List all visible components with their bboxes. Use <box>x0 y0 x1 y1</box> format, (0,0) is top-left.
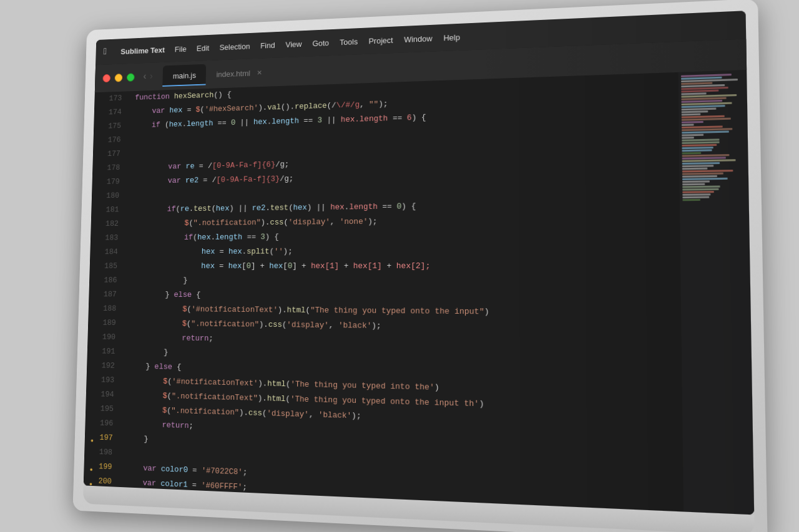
line-181: 181 <box>105 203 119 217</box>
tab-index-html-label: index.html <box>216 68 250 78</box>
menu-selection[interactable]: Selection <box>219 41 250 51</box>
line-191: 191 <box>102 344 115 359</box>
menu-project[interactable]: Project <box>368 35 393 45</box>
line-188: 188 <box>103 301 116 316</box>
apple-icon:  <box>104 47 109 57</box>
editor-area: 173 174 175 176 177 178 179 180 181 182 … <box>84 70 755 515</box>
nav-arrows: ‹ › <box>142 71 154 82</box>
line-186: 186 <box>104 273 117 288</box>
line-194: 194 <box>100 387 114 402</box>
line-192: 192 <box>101 359 114 373</box>
back-icon[interactable]: ‹ <box>142 71 148 82</box>
line-176: 176 <box>108 133 121 147</box>
forward-icon[interactable]: › <box>149 71 154 82</box>
tab-index-html[interactable]: index.html ✕ <box>206 61 274 85</box>
line-189: 189 <box>102 316 115 330</box>
line-195: 195 <box>100 402 114 417</box>
traffic-lights <box>102 73 134 82</box>
line-182: 182 <box>105 216 119 231</box>
menu-find[interactable]: Find <box>260 40 275 49</box>
tab-close-icon[interactable]: ✕ <box>255 68 263 77</box>
menu-file[interactable]: File <box>175 44 187 53</box>
minimap <box>679 70 755 515</box>
minimize-button[interactable] <box>115 74 123 82</box>
line-173: 173 <box>109 91 122 105</box>
line-193: 193 <box>101 373 115 388</box>
menu-edit[interactable]: Edit <box>197 43 210 52</box>
screen:  Sublime Text File Edit Selection Find … <box>84 11 755 515</box>
line-196: 196 <box>100 416 114 431</box>
code-line-186: } <box>130 273 680 290</box>
maximize-button[interactable] <box>127 73 135 81</box>
line-183: 183 <box>105 231 118 245</box>
tab-main-js[interactable]: main.js <box>162 64 206 86</box>
menu-tools[interactable]: Tools <box>340 37 358 47</box>
line-175: 175 <box>108 119 121 133</box>
line-190: 190 <box>102 330 115 344</box>
menu-window[interactable]: Window <box>404 33 432 43</box>
minimap-lines <box>679 70 749 204</box>
code-content[interactable]: function hexSearch() { var hex = $('#hex… <box>117 72 684 511</box>
tab-main-js-label: main.js <box>173 70 196 80</box>
close-button[interactable] <box>102 74 110 82</box>
line-187: 187 <box>104 288 117 302</box>
menu-help[interactable]: Help <box>443 32 460 42</box>
code-line-185: hex = hex[0] + hex[0] + hex[1] + hex[1] … <box>130 258 680 274</box>
line-179: 179 <box>107 175 120 189</box>
line-198: 198 <box>99 445 113 460</box>
menu-goto[interactable]: Goto <box>312 38 329 47</box>
line-180: 180 <box>106 188 119 203</box>
line-184: 184 <box>105 245 118 259</box>
menu-view[interactable]: View <box>285 39 301 48</box>
line-185: 185 <box>104 259 117 273</box>
menu-sublime-text[interactable]: Sublime Text <box>120 45 165 56</box>
line-178: 178 <box>107 161 120 175</box>
line-199: 199 <box>99 459 112 474</box>
line-177: 177 <box>107 147 120 161</box>
line-174: 174 <box>109 105 122 119</box>
line-197: 197 <box>99 430 113 445</box>
code-line-184: hex = hex.split(''); <box>131 243 681 259</box>
laptop-frame:  Sublime Text File Edit Selection Find … <box>72 0 767 532</box>
